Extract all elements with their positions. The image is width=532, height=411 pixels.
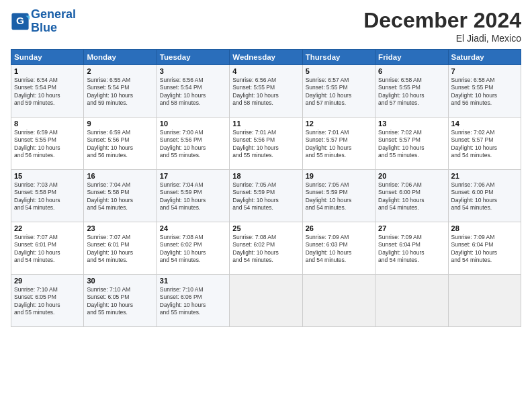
calendar-cell: 25Sunrise: 7:08 AM Sunset: 6:02 PM Dayli…	[230, 222, 302, 275]
calendar-cell: 29Sunrise: 7:10 AM Sunset: 6:05 PM Dayli…	[11, 275, 84, 327]
day-number: 28	[451, 224, 518, 232]
day-number: 25	[232, 224, 299, 232]
day-number: 14	[451, 120, 518, 128]
day-number: 22	[14, 224, 81, 232]
calendar-cell: 15Sunrise: 7:03 AM Sunset: 5:58 PM Dayli…	[11, 170, 84, 222]
logo-text: General Blue	[31, 8, 76, 35]
col-header-sunday: Sunday	[11, 50, 84, 65]
col-header-monday: Monday	[84, 50, 157, 65]
calendar-cell: 18Sunrise: 7:05 AM Sunset: 5:59 PM Dayli…	[230, 170, 302, 222]
calendar-cell: 3Sunrise: 6:56 AM Sunset: 5:54 PM Daylig…	[157, 65, 229, 118]
day-info: Sunrise: 6:58 AM Sunset: 5:55 PM Dayligh…	[378, 77, 445, 107]
calendar-cell: 13Sunrise: 7:02 AM Sunset: 5:57 PM Dayli…	[375, 118, 448, 170]
week-row-2: 8Sunrise: 6:59 AM Sunset: 5:55 PM Daylig…	[11, 118, 521, 170]
day-info: Sunrise: 7:02 AM Sunset: 5:57 PM Dayligh…	[451, 129, 518, 160]
calendar-cell: 20Sunrise: 7:06 AM Sunset: 6:00 PM Dayli…	[375, 170, 448, 222]
day-number: 26	[306, 224, 372, 232]
day-number: 29	[14, 277, 81, 285]
day-number: 17	[160, 172, 226, 180]
week-row-3: 15Sunrise: 7:03 AM Sunset: 5:58 PM Dayli…	[11, 170, 521, 222]
day-number: 30	[87, 277, 153, 285]
day-number: 19	[306, 172, 372, 180]
calendar-cell: 31Sunrise: 7:10 AM Sunset: 6:06 PM Dayli…	[157, 275, 229, 327]
calendar-table: SundayMondayTuesdayWednesdayThursdayFrid…	[11, 49, 521, 327]
day-number: 11	[232, 120, 299, 128]
calendar-cell: 6Sunrise: 6:58 AM Sunset: 5:55 PM Daylig…	[375, 65, 448, 118]
calendar-cell: 28Sunrise: 7:09 AM Sunset: 6:04 PM Dayli…	[448, 222, 521, 275]
calendar-cell: 21Sunrise: 7:06 AM Sunset: 6:00 PM Dayli…	[448, 170, 521, 222]
day-info: Sunrise: 6:55 AM Sunset: 5:54 PM Dayligh…	[87, 77, 153, 107]
location: El Jiadi, Mexico	[363, 33, 521, 44]
day-number: 8	[14, 120, 81, 128]
calendar-cell: 30Sunrise: 7:10 AM Sunset: 6:05 PM Dayli…	[84, 275, 157, 327]
calendar-cell: 26Sunrise: 7:09 AM Sunset: 6:03 PM Dayli…	[302, 222, 375, 275]
day-info: Sunrise: 7:05 AM Sunset: 5:59 PM Dayligh…	[232, 181, 299, 212]
day-info: Sunrise: 7:00 AM Sunset: 5:56 PM Dayligh…	[160, 129, 226, 160]
calendar-cell: 1Sunrise: 6:54 AM Sunset: 5:54 PM Daylig…	[11, 65, 84, 118]
day-number: 1	[14, 67, 81, 75]
day-info: Sunrise: 7:06 AM Sunset: 6:00 PM Dayligh…	[451, 181, 518, 212]
calendar-cell: 16Sunrise: 7:04 AM Sunset: 5:58 PM Dayli…	[84, 170, 157, 222]
calendar-cell: 24Sunrise: 7:08 AM Sunset: 6:02 PM Dayli…	[157, 222, 229, 275]
calendar-cell: 10Sunrise: 7:00 AM Sunset: 5:56 PM Dayli…	[157, 118, 229, 170]
day-number: 15	[14, 172, 81, 180]
day-info: Sunrise: 7:09 AM Sunset: 6:03 PM Dayligh…	[306, 234, 372, 265]
day-number: 12	[306, 120, 372, 128]
day-info: Sunrise: 7:06 AM Sunset: 6:00 PM Dayligh…	[378, 181, 445, 212]
day-info: Sunrise: 6:54 AM Sunset: 5:54 PM Dayligh…	[14, 77, 81, 107]
day-number: 2	[87, 67, 153, 75]
day-number: 6	[378, 67, 445, 75]
day-info: Sunrise: 7:04 AM Sunset: 5:59 PM Dayligh…	[160, 181, 226, 212]
calendar-cell: 9Sunrise: 6:59 AM Sunset: 5:56 PM Daylig…	[84, 118, 157, 170]
day-number: 24	[160, 224, 226, 232]
day-info: Sunrise: 7:07 AM Sunset: 6:01 PM Dayligh…	[14, 234, 81, 265]
day-number: 20	[378, 172, 445, 180]
day-info: Sunrise: 7:07 AM Sunset: 6:01 PM Dayligh…	[87, 234, 153, 265]
logo-icon: G	[11, 12, 30, 31]
calendar-cell: 17Sunrise: 7:04 AM Sunset: 5:59 PM Dayli…	[157, 170, 229, 222]
page: G General Blue December 2024 El Jiadi, M…	[0, 0, 532, 411]
day-number: 5	[306, 67, 372, 75]
day-info: Sunrise: 6:56 AM Sunset: 5:54 PM Dayligh…	[160, 77, 226, 107]
day-info: Sunrise: 6:59 AM Sunset: 5:55 PM Dayligh…	[14, 129, 81, 160]
day-info: Sunrise: 7:05 AM Sunset: 5:59 PM Dayligh…	[306, 181, 372, 212]
col-header-wednesday: Wednesday	[230, 50, 302, 65]
day-number: 4	[232, 67, 299, 75]
day-number: 31	[160, 277, 226, 285]
day-number: 3	[160, 67, 226, 75]
day-info: Sunrise: 7:10 AM Sunset: 6:05 PM Dayligh…	[87, 286, 153, 317]
calendar-cell: 14Sunrise: 7:02 AM Sunset: 5:57 PM Dayli…	[448, 118, 521, 170]
day-info: Sunrise: 6:58 AM Sunset: 5:55 PM Dayligh…	[451, 77, 518, 107]
day-info: Sunrise: 7:09 AM Sunset: 6:04 PM Dayligh…	[451, 234, 518, 265]
month-title: December 2024	[363, 8, 521, 33]
title-area: December 2024 El Jiadi, Mexico	[363, 8, 521, 44]
calendar-cell: 23Sunrise: 7:07 AM Sunset: 6:01 PM Dayli…	[84, 222, 157, 275]
day-number: 21	[451, 172, 518, 180]
col-header-saturday: Saturday	[448, 50, 521, 65]
day-number: 23	[87, 224, 153, 232]
calendar-cell: 7Sunrise: 6:58 AM Sunset: 5:55 PM Daylig…	[448, 65, 521, 118]
calendar-cell: 12Sunrise: 7:01 AM Sunset: 5:57 PM Dayli…	[302, 118, 375, 170]
col-header-thursday: Thursday	[302, 50, 375, 65]
week-row-5: 29Sunrise: 7:10 AM Sunset: 6:05 PM Dayli…	[11, 275, 521, 327]
calendar-cell: 27Sunrise: 7:09 AM Sunset: 6:04 PM Dayli…	[375, 222, 448, 275]
svg-text:G: G	[16, 15, 24, 26]
logo: G General Blue	[11, 8, 76, 35]
calendar-cell	[448, 275, 521, 327]
day-number: 16	[87, 172, 153, 180]
week-row-4: 22Sunrise: 7:07 AM Sunset: 6:01 PM Dayli…	[11, 222, 521, 275]
day-info: Sunrise: 7:03 AM Sunset: 5:58 PM Dayligh…	[14, 181, 81, 212]
day-number: 18	[232, 172, 299, 180]
day-info: Sunrise: 7:09 AM Sunset: 6:04 PM Dayligh…	[378, 234, 445, 265]
calendar-cell: 22Sunrise: 7:07 AM Sunset: 6:01 PM Dayli…	[11, 222, 84, 275]
calendar-cell	[230, 275, 302, 327]
day-info: Sunrise: 7:08 AM Sunset: 6:02 PM Dayligh…	[232, 234, 299, 265]
day-info: Sunrise: 6:59 AM Sunset: 5:56 PM Dayligh…	[87, 129, 153, 160]
day-info: Sunrise: 7:04 AM Sunset: 5:58 PM Dayligh…	[87, 181, 153, 212]
header: G General Blue December 2024 El Jiadi, M…	[11, 8, 521, 44]
day-number: 7	[451, 67, 518, 75]
day-number: 27	[378, 224, 445, 232]
day-info: Sunrise: 7:10 AM Sunset: 6:06 PM Dayligh…	[160, 286, 226, 317]
calendar-cell	[375, 275, 448, 327]
calendar-cell: 4Sunrise: 6:56 AM Sunset: 5:55 PM Daylig…	[230, 65, 302, 118]
